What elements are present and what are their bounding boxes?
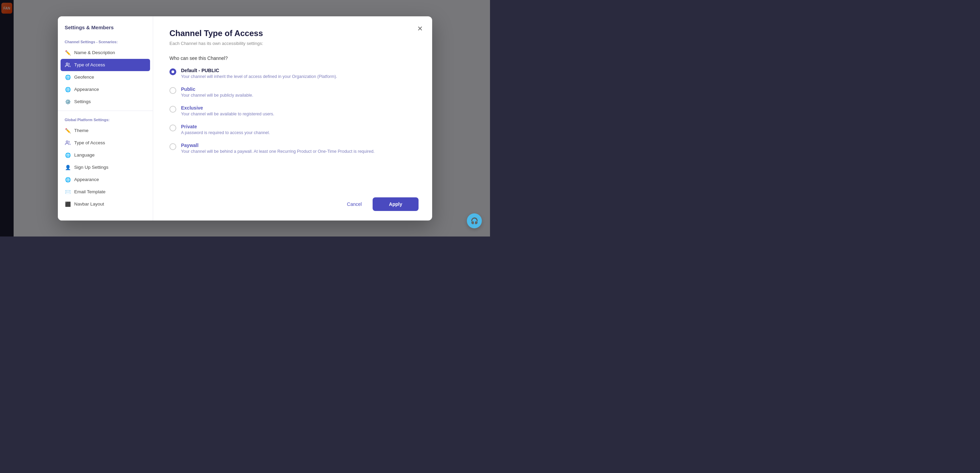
section-question: Who can see this Channel? bbox=[169, 56, 416, 61]
option-private[interactable]: Private A password is required to access… bbox=[169, 124, 416, 135]
option-public[interactable]: Public Your channel will be publicly ava… bbox=[169, 86, 416, 98]
option-public-desc: Your channel will be publicly available. bbox=[181, 93, 253, 98]
sidebar-item-name-description[interactable]: ✏️ Name & Description bbox=[58, 47, 153, 59]
appearance-global-icon: 🌐 bbox=[65, 177, 71, 183]
option-exclusive-desc: Your channel will be available to regist… bbox=[181, 111, 274, 116]
sidebar-item-theme[interactable]: ✏️ Theme bbox=[58, 124, 153, 137]
radio-private[interactable] bbox=[169, 124, 176, 131]
layout-icon: ⬛ bbox=[65, 201, 71, 207]
sidebar-title: Settings & Members bbox=[58, 24, 153, 36]
modal-footer: Cancel Apply bbox=[342, 197, 418, 211]
sidebar-divider bbox=[58, 111, 153, 111]
sidebar-item-settings[interactable]: ⚙️ Settings bbox=[58, 96, 153, 108]
pencil-icon: ✏️ bbox=[65, 50, 71, 56]
sidebar-item-sign-up-settings[interactable]: 👤 Sign Up Settings bbox=[58, 161, 153, 174]
svg-point-0 bbox=[66, 63, 68, 65]
modal-sidebar: Settings & Members Channel Settings - Sc… bbox=[58, 16, 153, 220]
apply-button[interactable]: Apply bbox=[372, 197, 418, 211]
users-icon bbox=[65, 62, 71, 68]
sidebar-item-language[interactable]: 🌐 Language bbox=[58, 149, 153, 161]
option-exclusive-label: Exclusive bbox=[181, 105, 274, 111]
option-private-label: Private bbox=[181, 124, 270, 129]
option-default-public-desc: Your channel will inherit the level of a… bbox=[181, 74, 337, 79]
option-default-public-label: Default - PUBLIC bbox=[181, 68, 337, 73]
option-paywall-desc: Your channel will be behind a paywall. A… bbox=[181, 149, 375, 154]
modal-subtitle: Each Channel has its own accessibility s… bbox=[169, 41, 416, 46]
channel-section-label: Channel Settings - Scenarios: bbox=[58, 36, 153, 47]
svg-point-1 bbox=[66, 141, 68, 143]
radio-public[interactable] bbox=[169, 87, 176, 94]
global-users-icon bbox=[65, 140, 71, 146]
option-paywall[interactable]: Paywall Your channel will be behind a pa… bbox=[169, 143, 416, 154]
sidebar-item-appearance-channel[interactable]: 🌐 Appearance bbox=[58, 83, 153, 96]
close-button[interactable]: ✕ bbox=[414, 23, 425, 34]
option-private-desc: A password is required to access your ch… bbox=[181, 130, 270, 135]
sidebar-item-navbar-layout[interactable]: ⬛ Navbar Layout bbox=[58, 198, 153, 210]
global-section-label: Global Platform Settings: bbox=[58, 114, 153, 124]
theme-pencil-icon: ✏️ bbox=[65, 127, 71, 134]
modal-main-content: ✕ Channel Type of Access Each Channel ha… bbox=[153, 16, 432, 220]
globe-icon: 🌐 bbox=[65, 74, 71, 80]
radio-default-public[interactable] bbox=[169, 68, 176, 75]
appearance-icon: 🌐 bbox=[65, 86, 71, 92]
support-bubble[interactable]: 🎧 bbox=[467, 213, 482, 228]
envelope-icon: ✉️ bbox=[65, 189, 71, 195]
radio-exclusive[interactable] bbox=[169, 106, 176, 113]
modal-title: Channel Type of Access bbox=[169, 29, 416, 38]
language-globe-icon: 🌐 bbox=[65, 152, 71, 158]
modal-overlay: Settings & Members Channel Settings - Sc… bbox=[0, 0, 490, 237]
sidebar-item-appearance-global[interactable]: 🌐 Appearance bbox=[58, 174, 153, 186]
sidebar-item-type-of-access-global[interactable]: Type of Access bbox=[58, 137, 153, 149]
option-default-public[interactable]: Default - PUBLIC Your channel will inher… bbox=[169, 68, 416, 79]
cancel-button[interactable]: Cancel bbox=[342, 198, 368, 210]
option-public-label: Public bbox=[181, 86, 253, 92]
option-exclusive[interactable]: Exclusive Your channel will be available… bbox=[169, 105, 416, 116]
radio-paywall[interactable] bbox=[169, 143, 176, 150]
gear-icon: ⚙️ bbox=[65, 99, 71, 105]
user-icon: 👤 bbox=[65, 164, 71, 170]
settings-modal: Settings & Members Channel Settings - Sc… bbox=[58, 16, 432, 220]
sidebar-item-email-template[interactable]: ✉️ Email Template bbox=[58, 186, 153, 198]
sidebar-item-geofence[interactable]: 🌐 Geofence bbox=[58, 71, 153, 83]
option-paywall-label: Paywall bbox=[181, 143, 375, 148]
sidebar-item-type-of-access[interactable]: Type of Access bbox=[60, 59, 150, 71]
